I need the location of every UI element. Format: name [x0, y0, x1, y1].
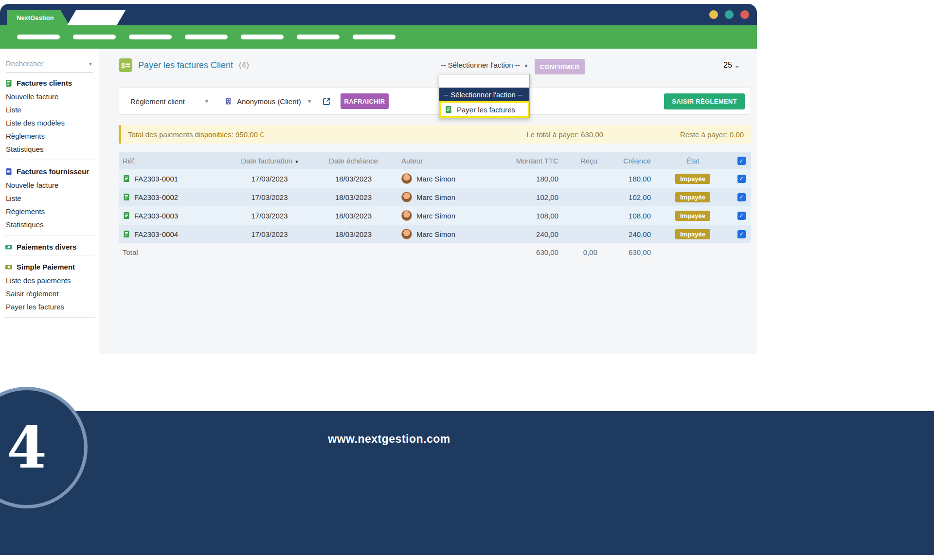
check-icon: ✓	[739, 212, 744, 219]
page-count: (4)	[239, 60, 249, 70]
window-controls	[709, 4, 749, 25]
external-link-icon[interactable]	[323, 97, 331, 106]
nav-menu-pill-7[interactable]	[353, 35, 395, 39]
blank-tab	[67, 10, 126, 25]
sidebar-item-reglements-fournisseur[interactable]: Règlements	[0, 205, 99, 218]
status-badge: Impayée	[675, 192, 710, 202]
avatar	[401, 229, 412, 239]
col-header-recu[interactable]: Reçu	[561, 157, 600, 165]
sidebar-item-liste-des-modeles[interactable]: Liste des modèles	[0, 116, 99, 129]
sidebar-item-saisir-reglement[interactable]: Saisir règlement	[0, 287, 99, 300]
step-number: 4	[7, 419, 47, 476]
cell-checkbox: ✓	[732, 230, 751, 238]
nav-menu-pill-5[interactable]	[241, 35, 284, 39]
window-dot-teal-icon	[725, 10, 734, 19]
col-header-date-facturation[interactable]: Date facturation▾	[226, 157, 313, 165]
dropdown-option-payer-les-factures[interactable]: Payer les factures	[439, 101, 529, 118]
sidebar-title-factures-clients[interactable]: Factures clients	[0, 79, 99, 87]
client-select[interactable]: Anonymous (Client) ▾	[237, 97, 311, 106]
cell-montant: 108,00	[505, 212, 561, 220]
dropdown-option-blank[interactable]	[439, 74, 529, 88]
sidebar-item-payer-les-factures[interactable]: Payer les factures	[0, 300, 99, 313]
reglement-select-value: Règlement client	[130, 97, 185, 106]
nav-menu-pill-1[interactable]	[17, 35, 60, 39]
confirm-button[interactable]: CONFIRMER	[535, 59, 585, 74]
nav-menu-pill-3[interactable]	[129, 35, 172, 39]
section-title-label: Factures clients	[17, 79, 72, 87]
table-row[interactable]: FA2303-0002 17/03/2023 18/03/2023 Marc S…	[119, 188, 751, 206]
table-header-row: Réf. Date facturation▾ Date échéance Aut…	[119, 152, 751, 169]
building-icon	[225, 97, 232, 105]
row-checkbox[interactable]: ✓	[737, 175, 746, 183]
section-title-label: Factures fournisseur	[17, 167, 89, 176]
invoice-blue-icon	[5, 168, 13, 176]
sidebar-title-simple-paiement[interactable]: Simple Paiement	[0, 263, 99, 271]
chevron-down-icon: ▾	[308, 98, 311, 105]
status-badge: Impayée	[675, 211, 710, 221]
refresh-button[interactable]: RAFRAICHIR	[341, 93, 389, 109]
row-checkbox[interactable]: ✓	[737, 212, 746, 220]
row-checkbox[interactable]: ✓	[737, 193, 746, 201]
page-header: $ Payer les factures Client (4)	[119, 58, 249, 72]
nav-menu-pill-2[interactable]	[73, 35, 116, 39]
row-checkbox[interactable]: ✓	[737, 230, 746, 238]
sidebar-item-nouvelle-facture-client[interactable]: Nouvelle facture	[0, 90, 99, 103]
table-row[interactable]: FA2303-0001 17/03/2023 18/03/2023 Marc S…	[119, 169, 751, 188]
page-size-value: 25	[723, 61, 732, 70]
reglement-type-select[interactable]: Règlement client ▾	[130, 97, 208, 106]
sidebar-item-liste-client[interactable]: Liste	[0, 103, 99, 116]
saisir-reglement-button[interactable]: SAISIR RÈGLEMENT	[664, 93, 745, 109]
sidebar-section-factures-fournisseur: Factures fournisseur Nouvelle facture Li…	[0, 161, 99, 236]
invoice-green-icon	[123, 193, 130, 201]
col-header-auteur[interactable]: Auteur	[394, 157, 505, 165]
invoice-green-icon	[123, 212, 130, 219]
filter-toolbar: Règlement client ▾ Anonymous (Client) ▾ …	[119, 88, 751, 115]
col-header-checkbox: ✓	[732, 157, 751, 165]
ref-label: FA2303-0001	[134, 175, 178, 183]
nav-menu-pill-6[interactable]	[297, 35, 340, 39]
col-header-etat[interactable]: État	[654, 157, 732, 165]
sidebar-item-liste-des-paiements[interactable]: Liste des paiements	[0, 274, 99, 287]
ref-label: FA2303-0003	[134, 212, 178, 220]
col-header-date-echeance[interactable]: Date échéance	[313, 157, 394, 165]
cash-teal-icon	[5, 243, 13, 251]
cell-checkbox: ✓	[732, 193, 751, 201]
page-title: Payer les factures Client	[138, 60, 233, 71]
client-select-value: Anonymous (Client)	[237, 97, 301, 106]
chevron-down-icon: ⌄	[735, 62, 740, 69]
cell-date-facturation: 17/03/2023	[226, 193, 313, 201]
sidebar-item-reglements-client[interactable]: Règlements	[0, 129, 99, 143]
table-row[interactable]: FA2303-0003 17/03/2023 18/03/2023 Marc S…	[119, 206, 751, 225]
select-all-checkbox[interactable]: ✓	[737, 157, 746, 165]
sidebar-section-simple-paiement: Simple Paiement Liste des paiements Sais…	[0, 256, 99, 319]
action-select[interactable]: -- Sélectionner l'action -- ▴	[440, 61, 529, 69]
total-montant: 630,00	[505, 248, 561, 256]
page-size-select[interactable]: 25 ⌄	[723, 61, 740, 70]
dropdown-option-selectionner[interactable]: -- Sélectionner l'action --	[439, 88, 529, 101]
sidebar-section-paiements-divers: Paiements divers	[0, 236, 99, 256]
sidebar-item-statistiques-client[interactable]: Statistiques	[0, 143, 99, 156]
col-header-ref[interactable]: Réf.	[119, 157, 226, 165]
sidebar-search-select[interactable]: Rechercher ▾	[6, 57, 93, 72]
auteur-label: Marc Simon	[416, 230, 455, 238]
sidebar-item-statistiques-fournisseur[interactable]: Statistiques	[0, 218, 99, 231]
main-navbar	[0, 25, 757, 49]
col-header-creance[interactable]: Créance	[600, 157, 654, 165]
total-creance: 630,00	[600, 248, 654, 256]
col-header-montant[interactable]: Montant TTC	[505, 157, 561, 165]
chevron-down-icon: ▾	[89, 60, 92, 67]
auteur-label: Marc Simon	[416, 175, 455, 183]
invoice-green-icon	[5, 79, 13, 87]
check-icon: ✓	[739, 158, 744, 164]
search-placeholder: Rechercher	[6, 59, 44, 68]
ref-label: FA2303-0002	[134, 193, 178, 201]
invoice-green-icon	[445, 106, 452, 113]
table-row[interactable]: FA2303-0004 17/03/2023 18/03/2023 Marc S…	[119, 225, 751, 243]
action-dropdown-panel: -- Sélectionner l'action -- Payer les fa…	[439, 74, 530, 118]
nav-menu-pill-4[interactable]	[185, 35, 228, 39]
sidebar-title-paiements-divers[interactable]: Paiements divers	[0, 243, 99, 251]
sidebar-title-factures-fournisseur[interactable]: Factures fournisseur	[0, 167, 99, 176]
brand-tab: NextGestion	[7, 10, 70, 25]
sidebar-item-liste-fournisseur[interactable]: Liste	[0, 192, 99, 205]
sidebar-item-nouvelle-facture-fournisseur[interactable]: Nouvelle facture	[0, 179, 99, 192]
